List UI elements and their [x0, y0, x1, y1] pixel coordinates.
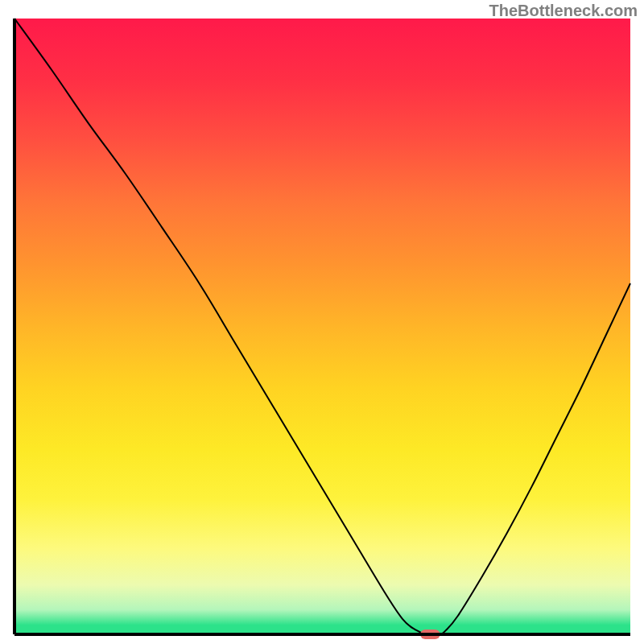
- chart-container: TheBottleneck.com: [0, 0, 644, 644]
- watermark-text: TheBottleneck.com: [489, 2, 638, 20]
- plot-background: [14, 19, 630, 634]
- bottleneck-chart: [0, 0, 644, 644]
